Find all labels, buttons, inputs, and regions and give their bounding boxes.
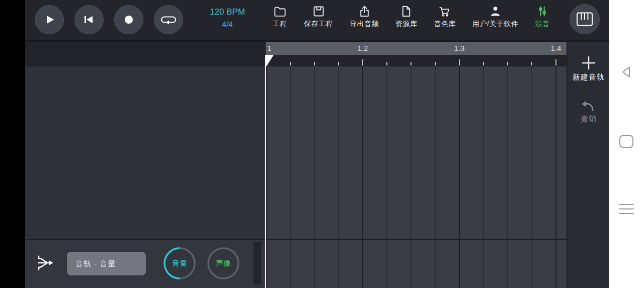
ruler-tick	[483, 62, 484, 65]
menu-item-label: 混音	[535, 20, 549, 29]
grid-line	[483, 66, 484, 288]
piano-keys-icon	[576, 12, 593, 27]
ruler-tick	[411, 62, 412, 65]
transport-controls	[35, 5, 183, 34]
grid-line	[362, 66, 363, 288]
pan-knob[interactable]: 声像	[207, 247, 240, 280]
ruler-label: 1.3	[452, 44, 467, 52]
grid-line	[314, 66, 315, 288]
back-icon	[618, 63, 635, 81]
loop-button[interactable]	[154, 5, 183, 34]
menu-item-label: 资源库	[395, 20, 418, 29]
grid-line	[459, 66, 460, 288]
record-icon	[121, 12, 137, 28]
menu-item-resource-library[interactable]: 资源库	[395, 5, 418, 29]
record-button[interactable]	[114, 5, 143, 34]
track-parameter-field[interactable]: 音轨 - 音量	[67, 252, 146, 275]
volume-knob[interactable]: 音量	[163, 247, 196, 280]
playhead-line	[265, 55, 266, 288]
menu-item-label: 工程	[273, 20, 287, 29]
plus-icon	[581, 55, 596, 70]
skip-to-start-icon	[81, 12, 97, 28]
ruler-tick	[531, 62, 532, 65]
skip-to-start-button[interactable]	[74, 5, 104, 34]
grid-line	[507, 66, 508, 288]
timeline-grid[interactable]	[266, 66, 567, 288]
track-list-panel	[25, 66, 266, 239]
square-icon	[618, 133, 634, 150]
ruler-label: 1.4	[548, 44, 564, 52]
new-track-button[interactable]: 新建音轨	[568, 55, 610, 82]
grid-line	[435, 66, 436, 288]
action-sidebar: 新建音轨 撤销	[567, 42, 609, 288]
menu-item-label: 音色库	[434, 20, 456, 29]
volume-knob-label: 音量	[163, 247, 196, 280]
nav-overview-button[interactable]	[617, 132, 635, 151]
track-parameter-value: 音轨 - 音量	[75, 259, 116, 268]
grid-line	[411, 66, 412, 288]
automation-merge-button[interactable]	[36, 253, 55, 273]
menu-item-label: 导出音频	[350, 20, 379, 29]
menu-item-sound-library[interactable]: 音色库	[434, 5, 456, 29]
ruler-tick	[555, 59, 556, 65]
ruler-bar-labels: 1 1.2 1.3 1.4	[266, 42, 567, 55]
grid-line	[555, 66, 556, 288]
piano-keyboard-button[interactable]	[570, 4, 600, 34]
menu-item-label: 用户/关于软件	[472, 20, 518, 29]
bpm-value: 120 BPM	[202, 6, 253, 19]
grid-line	[386, 66, 387, 288]
play-icon	[41, 12, 57, 28]
grid-line	[290, 66, 291, 288]
undo-icon	[580, 98, 597, 112]
letterbox-strip	[0, 0, 25, 288]
ruler-tick-strip	[266, 55, 567, 66]
undo-label: 撤销	[581, 114, 597, 124]
pan-knob-label: 声像	[207, 247, 240, 280]
merge-arrow-icon	[37, 253, 55, 272]
ruler-tick	[290, 62, 291, 65]
toolbar: 120 BPM 4/4 工程	[25, 0, 609, 42]
menu-item-project[interactable]: 工程	[273, 5, 287, 29]
loop-icon	[160, 12, 177, 27]
toolbar-menu: 工程 保存工程	[273, 5, 549, 29]
grid-line	[531, 66, 532, 288]
ruler-label: 1	[267, 44, 271, 52]
undo-button[interactable]: 撤销	[568, 98, 610, 124]
menu-item-export-audio[interactable]: 导出音频	[350, 5, 379, 29]
file-icon	[399, 5, 413, 18]
save-icon	[312, 5, 326, 18]
nav-back-button[interactable]	[617, 63, 635, 81]
play-button[interactable]	[35, 5, 64, 34]
ruler-tick	[362, 59, 363, 65]
playhead-flag[interactable]	[266, 55, 274, 66]
new-track-label: 新建音轨	[573, 73, 605, 82]
ruler-tick	[338, 62, 339, 65]
ruler-tick	[459, 59, 460, 65]
ruler-tick	[314, 62, 315, 65]
grid-line	[338, 66, 339, 288]
nav-menu-button[interactable]	[617, 200, 635, 218]
ruler-tick	[507, 62, 508, 65]
ruler-label: 1.2	[355, 44, 370, 52]
track-inspector-bar: 音轨 - 音量 音量 声像	[25, 240, 266, 288]
vertical-scrollbar[interactable]	[254, 242, 261, 284]
tempo-display[interactable]: 120 BPM 4/4	[202, 6, 253, 29]
cart-icon	[438, 5, 452, 18]
folder-icon	[273, 5, 287, 18]
app-window: 120 BPM 4/4 工程	[25, 0, 609, 288]
menu-item-label: 保存工程	[304, 20, 333, 29]
time-signature: 4/4	[202, 19, 253, 30]
export-icon	[358, 5, 371, 18]
menu-lines-icon	[619, 202, 634, 215]
menu-item-user-about[interactable]: 用户/关于软件	[472, 5, 518, 29]
system-nav-bar	[609, 0, 644, 288]
user-icon	[489, 5, 502, 18]
ruler-tick	[435, 62, 436, 65]
screen: 120 BPM 4/4 工程	[0, 0, 644, 288]
menu-item-mixer[interactable]: 混音	[535, 5, 549, 29]
track-list-header	[25, 42, 266, 66]
ruler-tick	[386, 62, 387, 65]
timeline-ruler[interactable]: 1 1.2 1.3 1.4	[266, 42, 567, 66]
menu-item-save-project[interactable]: 保存工程	[304, 5, 333, 29]
mixer-icon	[535, 5, 549, 18]
